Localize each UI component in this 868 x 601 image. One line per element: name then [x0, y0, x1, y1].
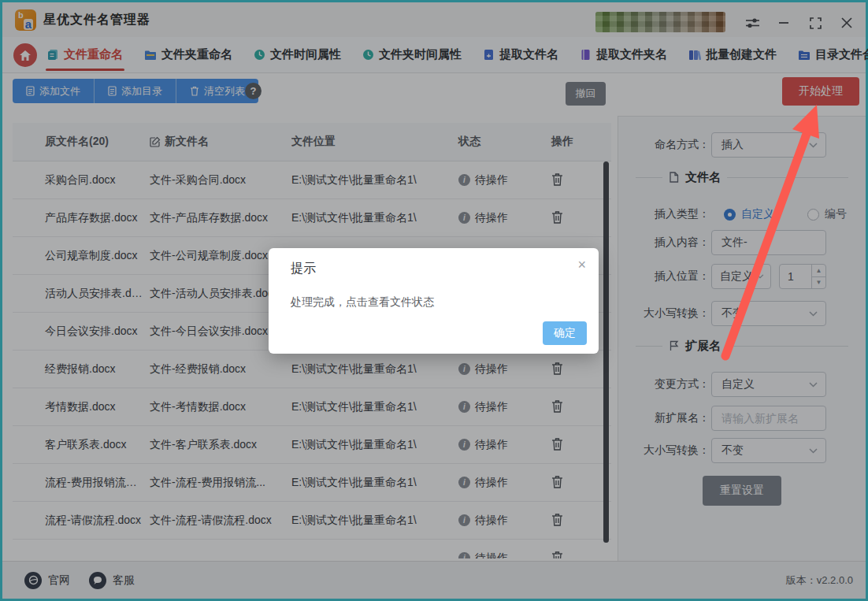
message-dialog: 提示 × 处理完成，点击查看文件状态 确定: [269, 248, 599, 354]
dialog-confirm-button[interactable]: 确定: [543, 321, 587, 345]
dialog-confirm-label: 确定: [554, 326, 576, 340]
app-window: b a 星优文件名管理器: [0, 0, 868, 601]
dialog-close-icon[interactable]: ×: [577, 258, 586, 272]
dialog-title: 提示: [291, 261, 316, 277]
dialog-message: 处理完成，点击查看文件状态: [291, 295, 434, 310]
